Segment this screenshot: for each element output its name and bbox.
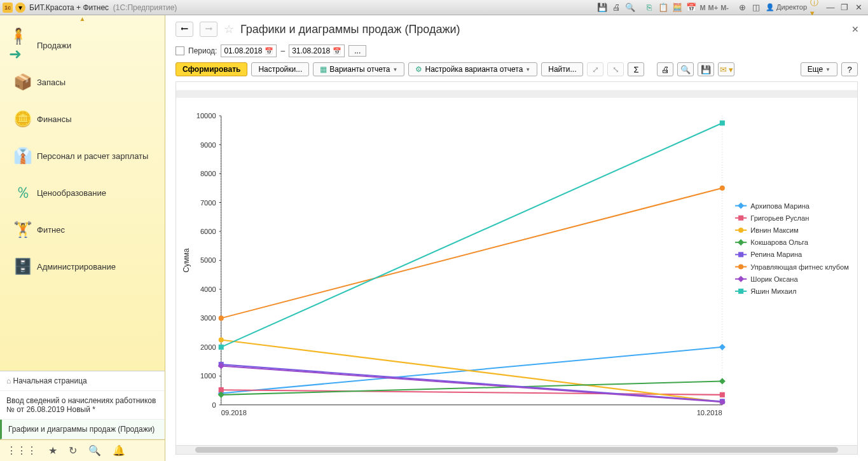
history-icon[interactable]: ↻ [69, 444, 77, 457]
svg-text:4000: 4000 [200, 286, 216, 293]
svg-text:5000: 5000 [200, 256, 216, 264]
period-label: Период: [188, 46, 217, 55]
svg-text:Григорьев Руслан: Григорьев Руслан [750, 214, 809, 222]
bottom-toolbar: ⋮⋮⋮ ★ ↻ 🔍 🔔 [0, 439, 165, 461]
svg-text:10000: 10000 [196, 112, 216, 120]
svg-point-54 [738, 265, 743, 270]
calc-icon[interactable]: 🧮 [671, 2, 684, 13]
horizontal-scrollbar[interactable] [176, 445, 857, 454]
nav-sales[interactable]: 🧍➜ Продажи [0, 27, 165, 64]
close-window-icon[interactable]: ✕ [852, 2, 865, 13]
calendar-icon[interactable]: 📅 [685, 2, 698, 13]
app-menu-dropdown[interactable]: ▾ [15, 3, 25, 13]
user-label[interactable]: 👤 Директор [766, 3, 807, 11]
collapse-icon[interactable]: ⤡ [607, 62, 624, 76]
chart-container: 0100020003000400050006000700080009000100… [176, 81, 858, 455]
sum-icon[interactable]: Σ [628, 62, 644, 76]
collapse-sidebar-icon[interactable]: ▲ [0, 15, 165, 27]
save-icon[interactable]: 💾 [596, 2, 609, 13]
copy-icon[interactable]: 📋 [657, 2, 670, 13]
help-button[interactable]: ? [841, 62, 858, 76]
tab-doc[interactable]: Ввод сведений о начислениях работников №… [0, 391, 165, 420]
find-button[interactable]: Найти... [541, 62, 583, 76]
finance-icon: 🪙 [9, 108, 37, 130]
sales-chart: 0100020003000400050006000700080009000100… [176, 82, 857, 445]
svg-text:Репина Марина: Репина Марина [750, 251, 803, 258]
period-picker-button[interactable]: ... [348, 45, 366, 57]
svg-text:Яшин Михаил: Яшин Михаил [750, 287, 796, 295]
nav-pricing[interactable]: ％ Ценообразование [0, 174, 165, 211]
svg-text:Ивнин Максим: Ивнин Максим [750, 226, 798, 234]
svg-point-46 [738, 228, 743, 233]
svg-point-36 [219, 315, 224, 320]
svg-text:8000: 8000 [200, 170, 216, 177]
variants-button[interactable]: ▦Варианты отчета▼ [313, 62, 404, 76]
save-report-icon[interactable]: 💾 [698, 62, 714, 76]
nav-forward-button[interactable]: 🠖 [200, 22, 217, 37]
pricing-icon: ％ [9, 182, 37, 203]
email-report-icon[interactable]: ✉ ▾ [718, 62, 734, 76]
memory-m[interactable]: M [699, 4, 705, 11]
svg-text:7000: 7000 [200, 199, 216, 207]
svg-text:0: 0 [212, 401, 216, 409]
form-button[interactable]: Сформировать [176, 62, 247, 76]
apps-icon[interactable]: ⋮⋮⋮ [6, 444, 37, 457]
maximize-icon[interactable]: ❐ [838, 2, 851, 13]
app-title: БИТ.Красота + Фитнес (1С:Предприятие) [29, 3, 177, 12]
date-to-input[interactable]: 31.08.2018📅 [289, 45, 345, 57]
nav-stock[interactable]: 📦 Запасы [0, 64, 165, 100]
period-checkbox[interactable] [176, 46, 184, 55]
nav-hr[interactable]: 👔 Персонал и расчет зарплаты [0, 137, 165, 174]
settings-button[interactable]: Настройки... [251, 62, 309, 76]
svg-rect-38 [219, 345, 224, 350]
content: ✕ 🠔 🠖 ☆ Графики и диаграммы продаж (Прод… [165, 15, 868, 461]
svg-text:Кокшарова Ольга: Кокшарова Ольга [750, 238, 809, 246]
nav-back-button[interactable]: 🠔 [176, 22, 193, 37]
memory-mminus[interactable]: M- [720, 4, 729, 11]
print-report-icon[interactable]: 🖨 [657, 62, 673, 76]
nav-fitness[interactable]: 🏋️ Фитнес [0, 211, 165, 248]
zoom-icon[interactable]: ⊕ [736, 2, 748, 13]
svg-text:6000: 6000 [200, 228, 216, 235]
search-icon[interactable]: 🔍 [88, 444, 101, 457]
stock-icon: 📦 [9, 71, 37, 93]
actions-toolbar: Сформировать Настройки... ▦Варианты отче… [165, 60, 868, 79]
compare-icon[interactable]: ⎘ [643, 2, 656, 13]
svg-rect-43 [738, 216, 743, 221]
svg-text:Управляющая фитнес клубом: Управляющая фитнес клубом [750, 263, 849, 271]
favorite-star-icon[interactable]: ☆ [224, 22, 234, 36]
expand-icon[interactable]: ⤢ [587, 62, 603, 76]
preview-icon[interactable]: 🔍 [624, 2, 637, 13]
hr-icon: 👔 [9, 145, 37, 167]
svg-text:Сумма: Сумма [182, 248, 191, 272]
svg-text:Архипова Марина: Архипова Марина [750, 202, 810, 210]
svg-rect-31 [720, 392, 725, 397]
preview-report-icon[interactable]: 🔍 [677, 62, 694, 76]
sales-icon: 🧍➜ [9, 34, 37, 56]
nav-finance[interactable]: 🪙 Финансы [0, 100, 165, 137]
period-toolbar: Период: 01.08.2018📅 – 31.08.2018📅 ... [165, 42, 868, 60]
tab-home[interactable]: Начальная страница [0, 371, 165, 391]
page-header: 🠔 🠖 ☆ Графики и диаграммы продаж (Продаж… [165, 15, 868, 42]
fitness-icon: 🏋️ [9, 219, 37, 240]
notifications-icon[interactable]: 🔔 [113, 444, 125, 457]
page-title: Графики и диаграммы продаж (Продажи) [240, 23, 460, 36]
svg-text:Шорик Оксана: Шорик Оксана [750, 275, 798, 283]
nav-admin[interactable]: 🗄️ Администрирование [0, 248, 165, 285]
more-button[interactable]: Еще▼ [801, 62, 837, 76]
svg-text:2000: 2000 [200, 343, 216, 351]
date-from-input[interactable]: 01.08.2018📅 [221, 45, 277, 57]
period-dash: – [280, 46, 285, 55]
calendar-to-icon[interactable]: 📅 [333, 47, 341, 55]
app-icon: 1c [3, 3, 13, 13]
close-page-icon[interactable]: ✕ [851, 24, 859, 34]
favorites-icon[interactable]: ★ [48, 444, 57, 457]
memory-mplus[interactable]: M+ [708, 4, 719, 11]
panels-icon[interactable]: ◫ [750, 2, 762, 13]
minimize-icon[interactable]: — [824, 2, 837, 13]
tab-report-active[interactable]: Графики и диаграммы продаж (Продажи) [0, 420, 165, 439]
variant-config-button[interactable]: ⚙Настройка варианта отчета▼ [408, 62, 537, 76]
info-icon[interactable]: ⓘ ▾ [810, 2, 823, 13]
print-icon[interactable]: 🖨 [610, 2, 623, 13]
calendar-from-icon[interactable]: 📅 [265, 47, 273, 55]
